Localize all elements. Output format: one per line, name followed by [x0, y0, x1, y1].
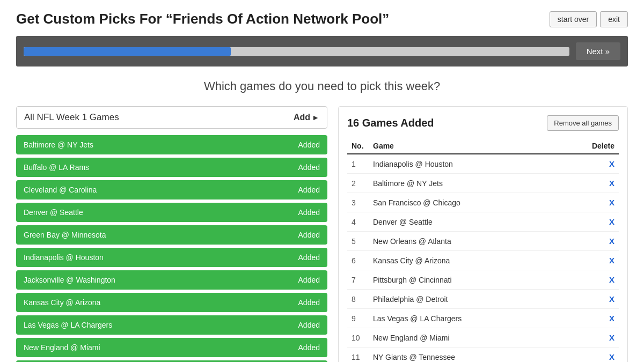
left-game-item[interactable]: Jacksonville @ WashingtonAdded — [16, 270, 327, 290]
left-game-item[interactable]: Las Vegas @ LA ChargersAdded — [16, 315, 327, 335]
add-all-button[interactable]: Add ► — [294, 113, 319, 122]
row-number: 1 — [347, 154, 369, 174]
delete-button[interactable]: X — [609, 256, 614, 265]
table-row: 1 Indianapolis @ Houston X — [347, 154, 619, 174]
row-game-name: Philadelphia @ Detroit — [369, 290, 588, 309]
row-number: 4 — [347, 212, 369, 232]
row-delete-cell: X — [588, 290, 619, 309]
game-item-name: Denver @ Seattle — [24, 208, 83, 217]
left-games-list: Baltimore @ NY JetsAddedBuffalo @ LA Ram… — [16, 135, 327, 362]
game-item-name: Indianapolis @ Houston — [24, 253, 104, 262]
delete-button[interactable]: X — [609, 179, 614, 188]
delete-button[interactable]: X — [609, 352, 614, 361]
row-game-name: NY Giants @ Tennessee — [369, 348, 588, 363]
left-game-item[interactable]: Indianapolis @ HoustonAdded — [16, 248, 327, 267]
game-added-badge: Added — [298, 163, 320, 172]
table-row: 9 Las Vegas @ LA Chargers X — [347, 309, 619, 328]
left-game-item[interactable]: New England @ MiamiAdded — [16, 338, 327, 357]
delete-button[interactable]: X — [609, 294, 614, 304]
row-delete-cell: X — [588, 193, 619, 212]
next-button[interactable]: Next » — [576, 42, 620, 60]
game-added-badge: Added — [298, 253, 320, 262]
col-header-no: No. — [347, 138, 369, 154]
delete-button[interactable]: X — [609, 314, 614, 323]
table-row: 4 Denver @ Seattle X — [347, 212, 619, 232]
row-delete-cell: X — [588, 348, 619, 363]
row-delete-cell: X — [588, 328, 619, 348]
row-delete-cell: X — [588, 270, 619, 290]
left-panel-title: All NFL Week 1 Games — [24, 112, 119, 123]
left-game-item[interactable]: Kansas City @ ArizonaAdded — [16, 293, 327, 312]
game-item-name: Green Bay @ Minnesota — [24, 231, 106, 239]
game-item-name: Jacksonville @ Washington — [24, 276, 115, 284]
game-added-badge: Added — [298, 298, 320, 307]
row-delete-cell: X — [588, 174, 619, 193]
header-buttons: start over exit — [550, 11, 628, 27]
row-game-name: Baltimore @ NY Jets — [369, 174, 588, 193]
delete-button[interactable]: X — [609, 159, 614, 168]
row-game-name: Indianapolis @ Houston — [369, 154, 588, 174]
game-added-badge: Added — [298, 343, 320, 352]
right-panel-header: 16 Games Added Remove all games — [347, 115, 619, 131]
game-item-name: Baltimore @ NY Jets — [24, 141, 93, 149]
add-arrow-icon: ► — [312, 113, 319, 122]
delete-button[interactable]: X — [609, 217, 614, 226]
row-delete-cell: X — [588, 212, 619, 232]
row-number: 5 — [347, 232, 369, 251]
game-added-badge: Added — [298, 208, 320, 217]
delete-button[interactable]: X — [609, 333, 614, 342]
left-panel-header: All NFL Week 1 Games Add ► — [16, 106, 327, 129]
row-game-name: New England @ Miami — [369, 328, 588, 348]
table-row: 10 New England @ Miami X — [347, 328, 619, 348]
question-text: Which games do you need to pick this wee… — [16, 79, 628, 93]
add-label: Add — [294, 113, 310, 122]
header-row: Get Custom Picks For “Friends Of Action … — [16, 11, 628, 27]
right-panel: 16 Games Added Remove all games No. Game… — [338, 106, 628, 362]
left-game-item[interactable]: Green Bay @ MinnesotaAdded — [16, 225, 327, 245]
row-number: 10 — [347, 328, 369, 348]
row-delete-cell: X — [588, 251, 619, 270]
game-added-badge: Added — [298, 231, 320, 239]
row-delete-cell: X — [588, 154, 619, 174]
table-header-row: No. Game Delete — [347, 138, 619, 154]
table-row: 2 Baltimore @ NY Jets X — [347, 174, 619, 193]
remove-all-button[interactable]: Remove all games — [547, 115, 619, 131]
row-number: 3 — [347, 193, 369, 212]
row-number: 9 — [347, 309, 369, 328]
games-added-title: 16 Games Added — [347, 117, 434, 129]
row-game-name: Las Vegas @ LA Chargers — [369, 309, 588, 328]
delete-button[interactable]: X — [609, 237, 614, 246]
left-game-item[interactable]: Denver @ SeattleAdded — [16, 203, 327, 222]
content-row: All NFL Week 1 Games Add ► Baltimore @ N… — [16, 106, 628, 362]
table-row: 5 New Orleans @ Atlanta X — [347, 232, 619, 251]
row-delete-cell: X — [588, 232, 619, 251]
row-delete-cell: X — [588, 309, 619, 328]
game-added-badge: Added — [298, 276, 320, 284]
delete-button[interactable]: X — [609, 198, 614, 207]
page-title: Get Custom Picks For “Friends Of Action … — [16, 11, 389, 27]
row-game-name: San Francisco @ Chicago — [369, 193, 588, 212]
game-item-name: Kansas City @ Arizona — [24, 298, 100, 307]
row-game-name: Kansas City @ Arizona — [369, 251, 588, 270]
left-game-item[interactable]: Baltimore @ NY JetsAdded — [16, 135, 327, 154]
left-game-item[interactable]: Cleveland @ CarolinaAdded — [16, 180, 327, 200]
left-game-item[interactable]: Buffalo @ LA RamsAdded — [16, 158, 327, 177]
exit-button[interactable]: exit — [600, 11, 628, 27]
game-added-badge: Added — [298, 141, 320, 149]
col-header-delete: Delete — [588, 138, 619, 154]
row-game-name: Denver @ Seattle — [369, 212, 588, 232]
games-table: No. Game Delete 1 Indianapolis @ Houston… — [347, 138, 619, 362]
game-added-badge: Added — [298, 186, 320, 194]
table-row: 8 Philadelphia @ Detroit X — [347, 290, 619, 309]
row-number: 11 — [347, 348, 369, 363]
table-row: 3 San Francisco @ Chicago X — [347, 193, 619, 212]
progress-bar-container: Next » — [16, 36, 628, 67]
start-over-button[interactable]: start over — [550, 11, 597, 27]
game-item-name: Buffalo @ LA Rams — [24, 163, 89, 172]
game-item-name: New England @ Miami — [24, 343, 100, 352]
row-number: 7 — [347, 270, 369, 290]
col-header-game: Game — [369, 138, 588, 154]
row-game-name: Pittsburgh @ Cincinnati — [369, 270, 588, 290]
game-added-badge: Added — [298, 321, 320, 329]
delete-button[interactable]: X — [609, 275, 614, 284]
